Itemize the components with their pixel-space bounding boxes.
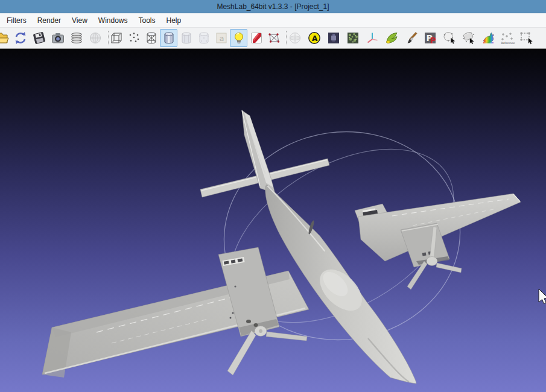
manipulator-icon bbox=[462, 31, 476, 45]
titlebar[interactable]: MeshLab_64bit v1.3.3 - [Project_1] bbox=[0, 0, 546, 13]
toolbar-button-trackball[interactable] bbox=[285, 29, 305, 47]
toolbar-button-axis[interactable] bbox=[363, 29, 382, 47]
toolbar-button-smooth[interactable] bbox=[160, 29, 177, 47]
edge-mesh-icon bbox=[267, 31, 281, 45]
toolbar-button-reload[interactable] bbox=[11, 29, 30, 47]
toolbar-button-fancy-lighting[interactable] bbox=[247, 29, 265, 47]
paint-brush-icon bbox=[404, 31, 418, 45]
toolbar-button-point-pick[interactable] bbox=[440, 29, 459, 47]
toolbar-button-manipulator[interactable] bbox=[459, 29, 478, 47]
toolbar-button-raster[interactable] bbox=[86, 29, 104, 47]
raster-globe-icon bbox=[88, 31, 103, 45]
toolbar-button-light[interactable] bbox=[230, 29, 247, 47]
toolbar-button-select[interactable] bbox=[517, 29, 536, 47]
menu-item-filters[interactable]: Filters bbox=[1, 14, 32, 27]
toolbar-button-wireframe[interactable] bbox=[142, 29, 160, 47]
toolbar: a A PP Reference bbox=[0, 28, 546, 49]
menu-item-view[interactable]: View bbox=[66, 14, 93, 27]
toolbar-button-texture[interactable]: a bbox=[212, 29, 230, 47]
quality-mapper-icon bbox=[384, 31, 399, 45]
shadow-mapping-icon bbox=[326, 31, 341, 45]
save-floppy-icon bbox=[32, 31, 46, 45]
mouse-cursor bbox=[539, 289, 546, 304]
pp-icon: PP bbox=[423, 31, 437, 45]
colorize-bunny-icon bbox=[481, 31, 495, 45]
toolbar-group-tools: A PP Reference bbox=[293, 29, 536, 47]
toolbar-button-paint[interactable] bbox=[401, 29, 421, 47]
scene-canvas bbox=[0, 49, 546, 392]
left-prop-blade bbox=[266, 332, 307, 341]
camera-icon bbox=[51, 31, 65, 45]
toolbar-button-shadow[interactable] bbox=[324, 29, 343, 47]
menubar: Filters Render View Windows Tools Help bbox=[0, 13, 546, 28]
vertex-points-cylinder-icon bbox=[197, 31, 211, 45]
menu-item-help[interactable]: Help bbox=[161, 14, 187, 27]
toolbar-button-snapshot[interactable] bbox=[48, 29, 67, 47]
trackball-globe-icon bbox=[288, 31, 302, 45]
3d-viewport[interactable] bbox=[0, 49, 546, 392]
toolbar-group-file bbox=[0, 29, 104, 47]
point-pick-icon bbox=[442, 31, 457, 45]
toolbar-button-reference[interactable]: Reference bbox=[498, 29, 517, 47]
reload-icon bbox=[13, 31, 28, 45]
ssao-icon bbox=[346, 31, 360, 45]
toolbar-button-flat[interactable] bbox=[177, 29, 195, 47]
svg-text:P: P bbox=[430, 36, 436, 45]
light-bulb-icon bbox=[232, 31, 246, 45]
toolbar-button-pp[interactable]: PP bbox=[421, 29, 440, 47]
ambient-occlusion-icon: A bbox=[307, 31, 322, 45]
menu-item-render[interactable]: Render bbox=[32, 14, 66, 27]
texture-icon: a bbox=[214, 31, 229, 45]
reference-icon: Reference bbox=[500, 31, 515, 45]
toolbar-button-edge-wire[interactable] bbox=[265, 29, 282, 47]
toolbar-button-vert-points[interactable] bbox=[195, 29, 212, 47]
airplane-right-engine bbox=[401, 223, 462, 289]
svg-text:a: a bbox=[219, 34, 224, 43]
wireframe-cylinder-icon bbox=[144, 31, 159, 45]
flat-shading-icon bbox=[179, 31, 194, 45]
menu-item-tools[interactable]: Tools bbox=[133, 14, 161, 27]
toolbar-group-render-mode: a bbox=[115, 29, 282, 47]
select-rect-icon bbox=[519, 31, 534, 45]
points-icon bbox=[127, 31, 141, 45]
airplane-model bbox=[42, 110, 521, 384]
bounding-box-icon bbox=[109, 31, 124, 45]
svg-text:A: A bbox=[312, 34, 318, 43]
smooth-shading-icon bbox=[162, 31, 176, 45]
toolbar-button-points[interactable] bbox=[125, 29, 142, 47]
toolbar-button-ssao[interactable] bbox=[343, 29, 363, 47]
toolbar-button-quality-mapper[interactable] bbox=[382, 29, 401, 47]
toolbar-button-layers[interactable] bbox=[67, 29, 86, 47]
menu-item-windows[interactable]: Windows bbox=[93, 14, 133, 27]
layers-icon bbox=[69, 31, 84, 45]
toolbar-button-bbox[interactable] bbox=[107, 29, 125, 47]
window-title: MeshLab_64bit v1.3.3 - [Project_1] bbox=[217, 2, 329, 11]
axis-icon bbox=[365, 31, 379, 45]
toolbar-button-open[interactable] bbox=[0, 29, 11, 47]
fancy-lighting-icon bbox=[249, 31, 264, 45]
left-prop-blade bbox=[227, 330, 256, 375]
toolbar-button-ambient-occlusion[interactable]: A bbox=[305, 29, 324, 47]
right-prop-blade bbox=[436, 263, 462, 273]
right-prop-spinner bbox=[427, 257, 437, 266]
toolbar-button-colorize[interactable] bbox=[478, 29, 498, 47]
toolbar-button-save[interactable] bbox=[30, 29, 48, 47]
meshlab-window: MeshLab_64bit v1.3.3 - [Project_1] Filte… bbox=[0, 0, 546, 392]
open-folder-icon bbox=[0, 31, 9, 45]
svg-text:Reference: Reference bbox=[501, 42, 515, 45]
